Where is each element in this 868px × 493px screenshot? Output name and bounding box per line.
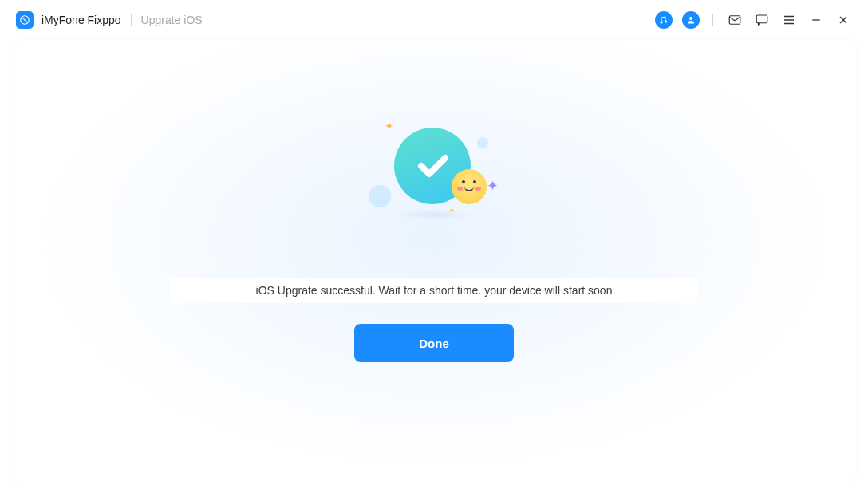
svg-point-1 — [689, 17, 692, 20]
mail-icon[interactable] — [726, 11, 744, 29]
done-button[interactable]: Done — [354, 324, 514, 362]
account-icon[interactable] — [682, 11, 700, 29]
title-bar-actions — [655, 11, 852, 29]
minimize-icon[interactable] — [807, 11, 825, 29]
smiley-face-icon — [452, 169, 487, 204]
breadcrumb: Upgrate iOS — [141, 14, 203, 26]
menu-icon[interactable] — [780, 11, 798, 29]
sparkle-small-icon: ✦ — [448, 206, 455, 215]
title-bar: iMyFone Fixppo Upgrate iOS — [0, 0, 868, 40]
app-logo-icon — [16, 11, 34, 29]
action-divider — [712, 14, 713, 26]
sparkle-purple-icon: ✦ — [487, 177, 499, 195]
svg-rect-2 — [729, 16, 740, 25]
music-icon[interactable] — [655, 11, 673, 29]
success-illustration: ✦ ✦ ✦ — [362, 120, 506, 231]
deco-dot-left — [369, 185, 391, 207]
title-divider — [131, 14, 132, 26]
status-message: iOS Upgrate successful. Wait for a short… — [171, 278, 697, 303]
svg-rect-3 — [756, 15, 767, 23]
feedback-icon[interactable] — [753, 11, 771, 29]
deco-dot-right — [477, 137, 488, 148]
sparkle-icon: ✦ — [385, 120, 394, 132]
content-area: ✦ ✦ ✦ iOS Upgrate successful. Wait for a… — [11, 40, 857, 483]
close-icon[interactable] — [834, 11, 852, 29]
illustration-shadow — [394, 209, 474, 220]
app-name: iMyFone Fixppo — [41, 14, 121, 26]
